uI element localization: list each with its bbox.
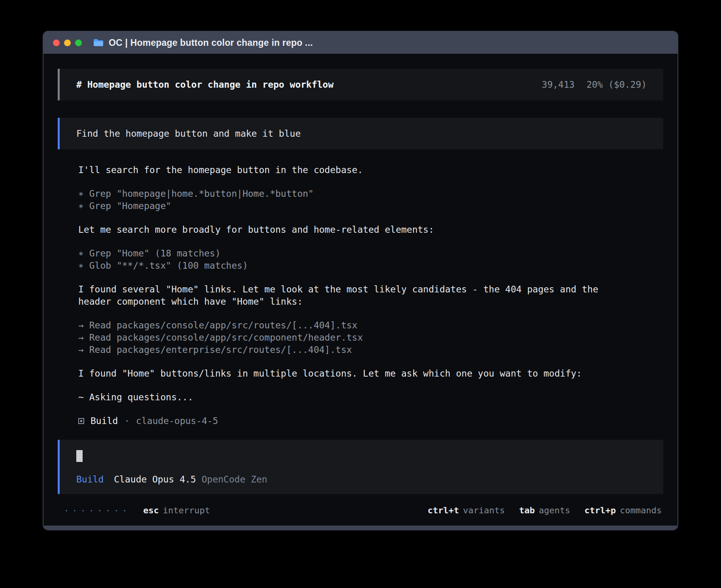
titlebar[interactable]: OC | Homepage button color change in rep…	[43, 32, 678, 54]
zoom-button[interactable]	[75, 40, 82, 46]
session-header: # Homepage button color change in repo w…	[58, 69, 663, 100]
tool-call-line: ∗ Glob "**/*.tsx" (100 matches)	[78, 260, 626, 272]
tool-call-group: ∗ Grep "Home" (18 matches) ∗ Glob "**/*.…	[78, 247, 626, 272]
agents-label: agents	[539, 505, 570, 515]
transcript: I'll search for the homepage button in t…	[43, 149, 678, 427]
text-cursor	[76, 450, 83, 462]
agent-status-icon	[78, 418, 84, 424]
file-read-line: → Read packages/console/app/src/componen…	[78, 332, 626, 344]
assistant-text: I found several "Home" links. Let me loo…	[78, 283, 626, 308]
variants-hint: ctrl+t variants	[428, 505, 505, 515]
traffic-lights	[53, 40, 82, 46]
terminal-window: OC | Homepage button color change in rep…	[43, 31, 678, 530]
interrupt-hint: esc interrupt	[143, 505, 210, 515]
ctrl-t-key: ctrl+t	[428, 505, 459, 515]
file-read-line: → Read packages/enterprise/src/routes/[.…	[78, 344, 626, 356]
commands-hint: ctrl+p commands	[585, 505, 662, 515]
session-stats: 39,413 20% ($0.29)	[542, 79, 647, 90]
commands-label: commands	[620, 505, 662, 515]
tab-key: tab	[519, 505, 535, 515]
agent-separator: ·	[124, 415, 130, 427]
tool-call-line: ∗ Grep "homepage|home.*button|Home.*butt…	[78, 188, 626, 200]
window-title: OC | Homepage button color change in rep…	[109, 38, 313, 48]
assistant-text: I'll search for the homepage button in t…	[78, 164, 626, 176]
assistant-text: I found "Home" buttons/links in multiple…	[78, 368, 626, 380]
tool-call-line: ∗ Grep "Home" (18 matches)	[78, 247, 626, 260]
prompt-input[interactable]: Build Claude Opus 4.5 OpenCode Zen	[58, 440, 663, 494]
agent-status-row: Build · claude-opus-4-5	[78, 415, 626, 427]
assistant-text: Let me search more broadly for buttons a…	[78, 224, 626, 236]
user-message-text: Find the homepage button and make it blu…	[76, 128, 301, 139]
tool-call-line: ∗ Grep "Homepage"	[78, 200, 626, 212]
terminal-content: # Homepage button color change in repo w…	[43, 54, 678, 526]
agent-model: claude-opus-4-5	[136, 415, 218, 427]
esc-key: esc	[143, 505, 159, 515]
ctrl-p-key: ctrl+p	[585, 505, 616, 515]
provider-name: OpenCode Zen	[202, 474, 267, 484]
window-bottom-edge	[43, 526, 678, 530]
minimize-button[interactable]	[64, 40, 71, 46]
user-message: Find the homepage button and make it blu…	[58, 118, 663, 149]
esc-label: interrupt	[163, 505, 210, 515]
status-bar: ········ esc interrupt ctrl+t variants t…	[43, 498, 678, 526]
token-count: 39,413	[542, 79, 575, 90]
folder-icon	[93, 38, 104, 47]
model-name[interactable]: Claude Opus 4.5	[114, 474, 196, 484]
agents-hint: tab agents	[519, 505, 570, 515]
close-button[interactable]	[53, 40, 60, 46]
session-title: # Homepage button color change in repo w…	[76, 79, 334, 90]
context-usage: 20% ($0.29)	[587, 79, 647, 90]
tool-call-group: ∗ Grep "homepage|home.*button|Home.*butt…	[78, 188, 626, 212]
agent-name: Build	[91, 415, 118, 427]
agent-mode-badge[interactable]: Build	[76, 474, 104, 484]
assistant-status-text: ~ Asking questions...	[78, 391, 626, 403]
file-read-group: → Read packages/console/app/src/routes/[…	[78, 319, 626, 356]
input-footer: Build Claude Opus 4.5 OpenCode Zen	[76, 474, 647, 484]
spinner-dots: ········	[64, 506, 130, 515]
file-read-line: → Read packages/console/app/src/routes/[…	[78, 319, 626, 332]
variants-label: variants	[463, 505, 505, 515]
